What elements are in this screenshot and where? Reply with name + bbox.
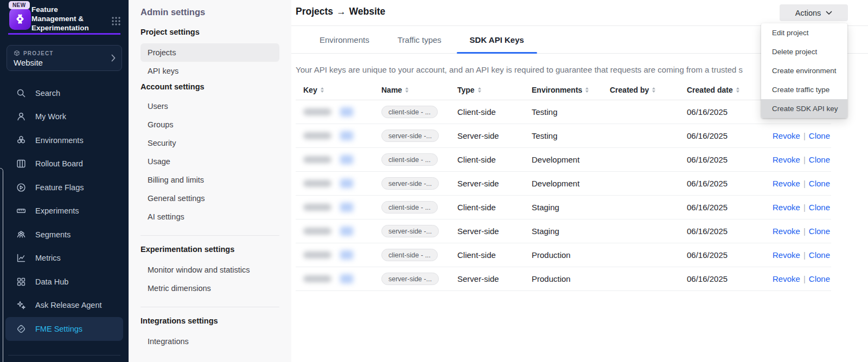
api-key-cell bbox=[296, 227, 381, 236]
admin-item-billing-and-limits[interactable]: Billing and limits bbox=[141, 171, 279, 189]
sort-icon[interactable] bbox=[585, 87, 589, 93]
tab-sdk-api-keys[interactable]: SDK API Keys bbox=[456, 26, 538, 53]
sidebar-item-experiments[interactable]: Experiments bbox=[0, 199, 129, 223]
ruler-icon bbox=[15, 205, 27, 217]
admin-item-monitor-window[interactable]: Monitor window and statistics bbox=[141, 261, 279, 279]
sort-icon[interactable] bbox=[405, 87, 409, 93]
chart-icon bbox=[15, 252, 27, 264]
created-date: 06/16/2025 bbox=[687, 107, 764, 117]
breadcrumb-parent[interactable]: Projects bbox=[296, 6, 333, 17]
revoke-link[interactable]: Revoke bbox=[773, 227, 800, 236]
revoke-link[interactable]: Revoke bbox=[773, 155, 800, 164]
menu-item-edit-project[interactable]: Edit project bbox=[761, 23, 847, 42]
product-logo-icon[interactable] bbox=[9, 8, 31, 30]
edge-drawer-handle[interactable] bbox=[0, 168, 3, 362]
copy-key-icon[interactable] bbox=[340, 274, 353, 283]
sidebar-item-my-work[interactable]: My Work bbox=[0, 105, 129, 129]
clone-link[interactable]: Clone bbox=[809, 203, 830, 212]
menu-item-delete-project[interactable]: Delete project bbox=[761, 42, 847, 61]
sidebar-item-label: Segments bbox=[35, 230, 71, 239]
row-actions: Revoke|Clone bbox=[764, 274, 831, 283]
column-header-name[interactable]: Name bbox=[381, 86, 457, 94]
sidebar-item-data-hub[interactable]: Data Hub bbox=[0, 270, 129, 294]
revoke-link[interactable]: Revoke bbox=[773, 203, 800, 212]
primary-sidebar: NEW Feature Management & Experimentation… bbox=[0, 0, 129, 362]
clone-link[interactable]: Clone bbox=[809, 274, 830, 283]
admin-item-ai-settings[interactable]: AI settings bbox=[141, 208, 279, 226]
admin-item-usage[interactable]: Usage bbox=[141, 152, 279, 171]
sidebar-item-metrics[interactable]: Metrics bbox=[0, 247, 129, 270]
project-selector[interactable]: PROJECT Website bbox=[7, 45, 122, 71]
key-name-badge[interactable]: client-side - ... bbox=[381, 153, 438, 166]
action-separator: | bbox=[803, 274, 806, 283]
action-separator: | bbox=[803, 250, 806, 260]
clone-link[interactable]: Clone bbox=[809, 227, 830, 236]
clone-link[interactable]: Clone bbox=[809, 155, 830, 164]
key-name-badge[interactable]: server-side -... bbox=[381, 273, 439, 285]
menu-item-create-traffic-type[interactable]: Create traffic type bbox=[761, 80, 847, 99]
copy-key-icon[interactable] bbox=[340, 203, 353, 212]
admin-item-metric-dimensions[interactable]: Metric dimensions bbox=[141, 279, 279, 298]
sort-icon[interactable] bbox=[478, 87, 481, 93]
tab-environments[interactable]: Environments bbox=[305, 26, 384, 53]
column-header-environments[interactable]: Environments bbox=[532, 86, 610, 94]
copy-key-icon[interactable] bbox=[340, 250, 353, 260]
revoke-link[interactable]: Revoke bbox=[773, 250, 800, 260]
table-row: server-side -... Server-side Development… bbox=[296, 172, 831, 196]
column-header-created-date[interactable]: Created date bbox=[687, 86, 764, 94]
key-name-badge[interactable]: client-side - ... bbox=[381, 249, 438, 261]
actions-button-label: Actions bbox=[795, 9, 821, 17]
sort-icon[interactable] bbox=[652, 87, 655, 93]
copy-key-icon[interactable] bbox=[340, 155, 353, 164]
copy-key-icon[interactable] bbox=[340, 227, 353, 236]
clone-link[interactable]: Clone bbox=[809, 131, 830, 140]
column-header-key[interactable]: Key bbox=[296, 86, 381, 94]
column-header-created-by[interactable]: Created by bbox=[610, 86, 687, 94]
revoke-link[interactable]: Revoke bbox=[773, 131, 800, 140]
key-name-badge[interactable]: server-side -... bbox=[381, 177, 439, 190]
clone-link[interactable]: Clone bbox=[809, 250, 830, 260]
admin-item-general-settings[interactable]: General settings bbox=[141, 189, 279, 208]
actions-button[interactable]: Actions bbox=[780, 4, 848, 21]
key-environment: Development bbox=[532, 179, 610, 188]
admin-item-integrations[interactable]: Integrations bbox=[141, 332, 279, 351]
table-row: server-side -... Server-side Testing 06/… bbox=[296, 124, 831, 148]
sidebar-item-ask-release-agent[interactable]: Ask Release Agent bbox=[0, 294, 129, 318]
column-header-type[interactable]: Type bbox=[457, 86, 532, 94]
admin-item-groups[interactable]: Groups bbox=[141, 115, 279, 134]
api-key-cell bbox=[296, 250, 381, 260]
key-name-badge[interactable]: client-side - ... bbox=[381, 201, 438, 214]
admin-item-security[interactable]: Security bbox=[141, 134, 279, 152]
table-row: server-side -... Server-side Production … bbox=[296, 267, 831, 291]
clone-link[interactable]: Clone bbox=[809, 179, 830, 188]
revoke-link[interactable]: Revoke bbox=[773, 274, 800, 283]
key-name-badge[interactable]: client-side - ... bbox=[381, 106, 438, 118]
sidebar-item-rollout-board[interactable]: Rollout Board bbox=[0, 152, 129, 176]
sidebar-item-label: Rollout Board bbox=[35, 159, 83, 168]
admin-item-api-keys[interactable]: API keys bbox=[141, 62, 279, 80]
copy-key-icon[interactable] bbox=[340, 107, 353, 117]
key-name-badge[interactable]: server-side -... bbox=[381, 225, 439, 237]
sidebar-item-search[interactable]: Search bbox=[0, 81, 129, 105]
actions-dropdown-menu: Edit project Delete project Create envir… bbox=[761, 23, 847, 118]
sort-icon[interactable] bbox=[736, 87, 739, 93]
redacted-api-key bbox=[303, 132, 331, 139]
revoke-link[interactable]: Revoke bbox=[773, 179, 800, 188]
admin-item-users[interactable]: Users bbox=[141, 97, 279, 115]
sort-icon[interactable] bbox=[321, 87, 324, 93]
key-name-badge[interactable]: server-side -... bbox=[381, 130, 439, 142]
copy-key-icon[interactable] bbox=[340, 179, 353, 188]
sidebar-item-segments[interactable]: Segments bbox=[0, 223, 129, 247]
admin-item-projects[interactable]: Projects bbox=[141, 43, 279, 62]
app-switcher-icon[interactable] bbox=[111, 16, 121, 26]
copy-key-icon[interactable] bbox=[340, 131, 353, 140]
api-key-cell bbox=[296, 274, 381, 283]
sidebar-item-environments[interactable]: Environments bbox=[0, 128, 129, 152]
tab-traffic-types[interactable]: Traffic types bbox=[384, 26, 456, 53]
breadcrumb-arrow: → bbox=[336, 6, 346, 17]
sidebar-item-fme-settings[interactable]: FME Settings bbox=[5, 317, 123, 341]
sidebar-item-feature-flags[interactable]: Feature Flags bbox=[0, 176, 129, 199]
menu-item-create-sdk-api-key[interactable]: Create SDK API key bbox=[761, 99, 847, 118]
menu-item-create-environment[interactable]: Create environment bbox=[761, 61, 847, 80]
redacted-api-key bbox=[303, 228, 331, 235]
